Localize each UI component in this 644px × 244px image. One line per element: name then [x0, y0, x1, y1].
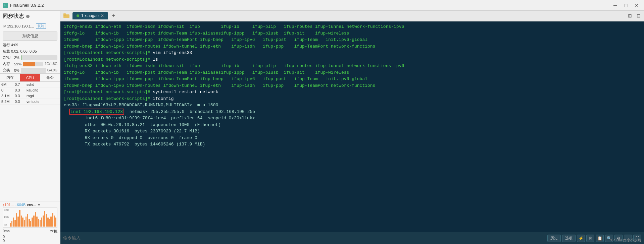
- terminal-token: ifdown-eth: [95, 63, 127, 68]
- tab-label: 1 xiaogao: [81, 13, 99, 18]
- terminal-token: ifup-ippp: [221, 70, 252, 75]
- chart-bar: [38, 219, 39, 227]
- swap-label: 交换: [3, 68, 13, 73]
- cpu-progress-container: [21, 55, 57, 60]
- terminal-line: ifdown-bnep ifdown-ipv6 ifdown-routes if…: [64, 82, 641, 89]
- terminal-token: ifdown-bnep: [64, 83, 95, 88]
- chart-bar: [40, 220, 41, 227]
- mem-value: 59%: [14, 62, 21, 66]
- terminal-token: ifup-eth: [200, 44, 232, 49]
- terminal-line: [root@localhost network-scripts]# vim if…: [64, 50, 641, 56]
- proc-cpu: 0.7: [15, 82, 27, 86]
- net-chart: 23K 16K 8K: [3, 207, 57, 228]
- folder-icon-button[interactable]: [62, 12, 71, 20]
- terminal-token: ifdown-ib: [95, 70, 127, 75]
- paste-terminal-button[interactable]: 📋: [596, 235, 604, 242]
- chart-bar: [54, 216, 55, 227]
- proc-cpu: 0.3: [15, 100, 27, 104]
- chart-bar: [36, 217, 38, 227]
- terminal-token: ifup-bnep: [200, 76, 232, 81]
- options-button[interactable]: 选项: [562, 235, 576, 242]
- latency-label: 0ms: [3, 229, 10, 234]
- history-button[interactable]: 历史: [547, 235, 561, 242]
- terminal-token: ifdown-isdn: [127, 63, 158, 68]
- terminal-token: ifup-routes: [284, 24, 315, 29]
- terminal-token: ifup-ipv6: [231, 37, 263, 42]
- terminal-token: network-functions: [331, 83, 376, 88]
- cpu-progress-bar: [21, 55, 21, 60]
- terminal-token: ifdown-eth: [95, 24, 127, 29]
- command-input[interactable]: [63, 236, 547, 241]
- chart-label-8k: 8K: [4, 223, 7, 227]
- tab-close-button[interactable]: ✕: [101, 13, 104, 18]
- proc-mem: 6M: [1, 82, 15, 86]
- chart-bar: [29, 219, 30, 227]
- app-title: FinalShell 3.9.2.2: [10, 3, 44, 8]
- terminal-tab-1[interactable]: 1 xiaogao ✕: [72, 12, 108, 19]
- chart-bar: [55, 218, 56, 227]
- terminal-token: ifup-aliases: [190, 70, 221, 75]
- terminal-line: inet 192.168.190.128 netmask 255.255.255…: [64, 109, 641, 115]
- terminal-token: ifdown-ippp: [95, 37, 127, 42]
- split-view-button[interactable]: ⊟: [635, 12, 643, 20]
- stats-num1: 0: [3, 235, 57, 239]
- proc-name: vmtools: [27, 100, 59, 104]
- terminal-content[interactable]: ifcfg-ens33 ifdown-eth ifdown-isdn ifdow…: [60, 21, 644, 232]
- tab-cpu[interactable]: CPU: [20, 74, 40, 81]
- proc-cpu: 0.3: [15, 88, 27, 92]
- chart-bar: [10, 223, 11, 227]
- terminal-token: ifup: [190, 63, 221, 68]
- terminal-line: ifcfg-ens33 ifdown-eth ifdown-isdn ifdow…: [64, 63, 641, 69]
- terminal-token: ifdown-bnep: [64, 44, 95, 49]
- terminal-token: ifup-eth: [200, 83, 232, 88]
- terminal-token: network-functions-ipv6: [347, 24, 404, 29]
- terminal-command: systemctl restart network: [150, 89, 218, 95]
- close-button[interactable]: ✕: [632, 2, 641, 9]
- svg-rect-2: [63, 13, 66, 15]
- sync-status-dot: [26, 15, 30, 18]
- maximize-button[interactable]: □: [621, 2, 631, 9]
- terminal-line: RX packets 301616 bytes 23870929 (22.7 M…: [64, 128, 641, 135]
- add-tab-button[interactable]: +: [109, 12, 117, 20]
- tab-cmd[interactable]: 命令: [40, 74, 60, 81]
- main-layout: 同步状态 IP 192.168.190.1... 复制 系统信息 运行 4:09…: [0, 11, 644, 244]
- chart-bar: [44, 211, 46, 227]
- process-item: 0 0.3 kauditd: [0, 87, 60, 93]
- chart-bar: [13, 218, 14, 227]
- terminal-line: ifdown-bnep ifdown-ipv6 ifdown-routes if…: [64, 43, 641, 50]
- copy-terminal-button[interactable]: ⎘: [586, 235, 594, 242]
- sidebar: 同步状态 IP 192.168.190.1... 复制 系统信息 运行 4:09…: [0, 11, 60, 244]
- net-up: ↑101...: [3, 203, 14, 207]
- terminal-token: ifdown-ipv6: [95, 83, 127, 88]
- terminal-token: ifdown-sit: [158, 24, 190, 29]
- chart-bar: [52, 213, 53, 227]
- terminal-prompt: [root@localhost network-scripts]#: [64, 96, 150, 101]
- expand-icon[interactable]: ▼: [37, 203, 41, 207]
- terminal-token: ifup-post: [263, 76, 294, 81]
- chart-bar: [32, 218, 33, 227]
- title-bar-left: F FinalShell 3.9.2.2: [3, 3, 44, 8]
- terminal-token: ifup-wireless: [315, 31, 349, 36]
- grid-view-button[interactable]: ⊞: [626, 12, 634, 20]
- terminal-command: ifconfig: [150, 96, 174, 101]
- copy-ip-button[interactable]: 复制: [36, 23, 46, 29]
- sys-info-button[interactable]: 系统信息: [3, 32, 57, 41]
- chart-bar: [50, 217, 52, 227]
- stats-num2: 0: [3, 239, 57, 243]
- terminal-token: ifup-sit: [284, 70, 315, 75]
- tab-mem[interactable]: 内存: [0, 74, 20, 81]
- chart-bar: [26, 217, 27, 227]
- terminal-token: ifdown-routes: [127, 44, 163, 49]
- tab-active-dot: [77, 14, 79, 17]
- chart-bar: [33, 216, 35, 227]
- terminal-token: ifdown-ipv6: [95, 44, 127, 49]
- app-icon: F: [3, 3, 8, 8]
- terminal-token: network-functions: [331, 44, 376, 49]
- minimize-button[interactable]: ─: [610, 2, 620, 9]
- chart-bar: [11, 221, 13, 227]
- chart-bar: [22, 218, 23, 227]
- terminal-line: RX errors 0 dropped 0 overruns 0 frame 0: [64, 135, 641, 141]
- lightning-button[interactable]: ⚡: [577, 235, 585, 242]
- terminal-line: [root@localhost network-scripts]# ifconf…: [64, 96, 641, 102]
- terminal-token: ifdown-ippp: [95, 76, 127, 81]
